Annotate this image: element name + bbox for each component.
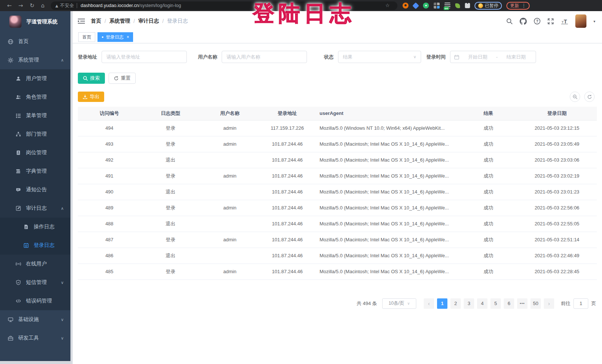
browser-forward-icon[interactable]: → bbox=[19, 0, 23, 11]
avatar-caret-icon[interactable]: ▾ bbox=[593, 19, 595, 23]
calendar-icon bbox=[454, 54, 459, 60]
extension-orange-icon[interactable] bbox=[403, 3, 408, 9]
breadcrumb-system[interactable]: 系统管理 bbox=[109, 18, 130, 24]
page-button-6[interactable]: 6 bbox=[504, 298, 514, 309]
extensions-puzzle-icon[interactable] bbox=[465, 3, 470, 8]
sidebar-item-infra[interactable]: 基础设施 ∨ bbox=[0, 310, 70, 329]
bookmark-star-icon[interactable]: ☆ bbox=[386, 0, 390, 11]
table-row[interactable]: 491登录admin101.87.244.46Mozilla/5.0 (Maci… bbox=[78, 168, 597, 184]
sidebar-item-devtools[interactable]: 研发工具 ∨ bbox=[0, 329, 70, 347]
breadcrumb-current: 登录日志 bbox=[167, 18, 188, 24]
search-button[interactable]: 搜索 bbox=[78, 73, 105, 84]
app-logo-row[interactable]: 芋道管理系统 bbox=[0, 11, 70, 32]
cell-id: 489 bbox=[78, 200, 141, 216]
status-select[interactable]: 结果 ∨ bbox=[338, 51, 421, 63]
table-row[interactable]: 494登录admin117.159.17.226Mozilla/5.0 (Win… bbox=[78, 120, 597, 136]
sidebar-item-online-users[interactable]: 在线用户 bbox=[0, 255, 70, 273]
table-row[interactable]: 487登录admin101.87.244.46Mozilla/5.0 (Maci… bbox=[78, 232, 597, 248]
cell-useragent: Mozilla/5.0 (Macintosh; Intel Mac OS X 1… bbox=[315, 184, 460, 200]
sidebar-item-operate-log[interactable]: 操作日志 bbox=[0, 218, 70, 236]
cell-type: 退出 bbox=[141, 216, 200, 232]
login-address-input[interactable]: 请输入登录地址 bbox=[102, 51, 187, 63]
more-pages-button[interactable]: ••• bbox=[517, 298, 527, 309]
font-size-icon[interactable]: TT bbox=[561, 18, 568, 24]
cell-user: admin bbox=[200, 200, 259, 216]
reset-button[interactable]: 重置 bbox=[109, 73, 136, 84]
download-icon bbox=[83, 95, 87, 99]
bottom-scrollbar[interactable] bbox=[0, 361, 70, 364]
goto-page-input[interactable]: 1 bbox=[573, 298, 588, 309]
sidebar-menu: 首页 系统管理 ∧ 用户管理 角色管理 菜单管理 部门管理 bbox=[0, 32, 70, 347]
browser-back-icon[interactable]: ← bbox=[7, 0, 12, 11]
extension-blue-icon[interactable] bbox=[413, 2, 419, 9]
help-icon[interactable]: ? bbox=[534, 18, 540, 24]
table-row[interactable]: 488退出101.87.244.46Mozilla/5.0 (Macintosh… bbox=[78, 216, 597, 232]
hide-search-button[interactable] bbox=[570, 92, 580, 102]
sidebar-item-notice[interactable]: 通知公告 bbox=[0, 181, 70, 199]
signal-icon bbox=[16, 261, 21, 267]
tab-home[interactable]: 首页 bbox=[78, 32, 95, 42]
user-avatar[interactable] bbox=[575, 14, 586, 28]
page-button-4[interactable]: 4 bbox=[477, 298, 487, 309]
browser-menu-dots-icon[interactable]: ⋮ bbox=[522, 0, 526, 11]
table-row[interactable]: 490退出101.87.244.46Mozilla/5.0 (Macintosh… bbox=[78, 184, 597, 200]
sidebar-item-errcode-mgmt[interactable]: 错误码管理 bbox=[0, 292, 70, 310]
prev-page-button[interactable]: ‹ bbox=[424, 298, 434, 309]
tab-login-log[interactable]: ● 登录日志 × bbox=[97, 32, 133, 42]
cell-useragent: Mozilla/5.0 (Windows NT 10.0; Win64; x64… bbox=[315, 120, 460, 136]
sidebar-item-dict-mgmt[interactable]: 字典管理 bbox=[0, 162, 70, 181]
sidebar-item-system[interactable]: 系统管理 ∧ bbox=[0, 51, 70, 69]
sidebar-item-audit-log[interactable]: 审计日志 ∧ bbox=[0, 199, 70, 218]
sidebar-item-label: 操作日志 bbox=[34, 224, 54, 230]
page-button-1[interactable]: 1 bbox=[437, 298, 447, 309]
refresh-table-button[interactable] bbox=[584, 92, 595, 102]
tab-close-icon[interactable]: × bbox=[126, 34, 129, 40]
page-button-2[interactable]: 2 bbox=[450, 298, 461, 309]
goto-label: 前往 bbox=[561, 300, 570, 307]
table-row[interactable]: 492退出101.87.244.46Mozilla/5.0 (Macintosh… bbox=[78, 152, 597, 168]
fullscreen-icon[interactable] bbox=[548, 18, 554, 24]
profile-paused-pill[interactable]: 已暂停 bbox=[474, 2, 502, 10]
browser-home-icon[interactable]: ⌂ bbox=[41, 0, 45, 11]
sidebar-item-label: 审计日志 bbox=[26, 205, 47, 212]
sidebar-item-login-log[interactable]: 登录日志 bbox=[0, 236, 70, 255]
cell-id: 485 bbox=[78, 264, 141, 279]
export-button[interactable]: 导出 bbox=[78, 92, 104, 102]
breadcrumb-audit[interactable]: 审计日志 bbox=[138, 18, 159, 24]
next-page-button[interactable]: › bbox=[544, 298, 554, 309]
sidebar-item-dept-mgmt[interactable]: 部门管理 bbox=[0, 125, 70, 143]
svg-text:T: T bbox=[564, 18, 567, 24]
table-row[interactable]: 485登录admin101.87.244.46Mozilla/5.0 (Maci… bbox=[78, 264, 597, 279]
github-icon[interactable] bbox=[520, 18, 527, 25]
cell-user: admin bbox=[200, 168, 259, 184]
page-size-select[interactable]: 10条/页 ∨ bbox=[382, 298, 416, 309]
sidebar-toggle-icon[interactable] bbox=[78, 18, 85, 24]
table-row[interactable]: 486退出101.87.244.46Mozilla/5.0 (Macintosh… bbox=[78, 248, 597, 264]
search-icon[interactable] bbox=[506, 18, 513, 24]
sidebar-item-role-mgmt[interactable]: 角色管理 bbox=[0, 88, 70, 106]
breadcrumb-home[interactable]: 首页 bbox=[91, 18, 101, 24]
sidebar-item-menu-mgmt[interactable]: 菜单管理 bbox=[0, 106, 70, 125]
sidebar-item-home[interactable]: 首页 bbox=[0, 32, 70, 51]
extension-grid-icon[interactable] bbox=[434, 3, 440, 9]
extension-leaf-icon[interactable] bbox=[455, 3, 460, 8]
sidebar-item-post-mgmt[interactable]: 岗位管理 bbox=[0, 143, 70, 162]
sidebar-item-label: 短信管理 bbox=[26, 279, 47, 286]
username-input[interactable]: 请输入用户名称 bbox=[222, 51, 307, 63]
browser-update-pill[interactable]: 更新 ⋮ bbox=[506, 2, 530, 10]
sidebar-item-sms-mgmt[interactable]: 短信管理 ∨ bbox=[0, 273, 70, 292]
sidebar-item-user-mgmt[interactable]: 用户管理 bbox=[0, 69, 70, 88]
cell-type: 退出 bbox=[141, 184, 200, 200]
extension-list-icon[interactable]: on bbox=[444, 3, 450, 9]
page-button-3[interactable]: 3 bbox=[464, 298, 474, 309]
page-button-5[interactable]: 5 bbox=[490, 298, 501, 309]
page-button-50[interactable]: 50 bbox=[530, 298, 541, 309]
extension-green-heart-icon[interactable]: ♥ bbox=[423, 3, 429, 9]
date-range-picker[interactable]: 开始日期 - 结束日期 bbox=[450, 51, 536, 63]
goto-suffix: 页 bbox=[591, 300, 596, 307]
sidebar-item-label: 通知公告 bbox=[26, 186, 47, 193]
sidebar-scrollbar[interactable] bbox=[70, 11, 73, 364]
table-row[interactable]: 493登录admin101.87.244.46Mozilla/5.0 (Maci… bbox=[78, 136, 597, 152]
table-row[interactable]: 489登录admin101.87.244.46Mozilla/5.0 (Maci… bbox=[78, 200, 597, 216]
browser-reload-icon[interactable]: ↻ bbox=[30, 0, 34, 11]
